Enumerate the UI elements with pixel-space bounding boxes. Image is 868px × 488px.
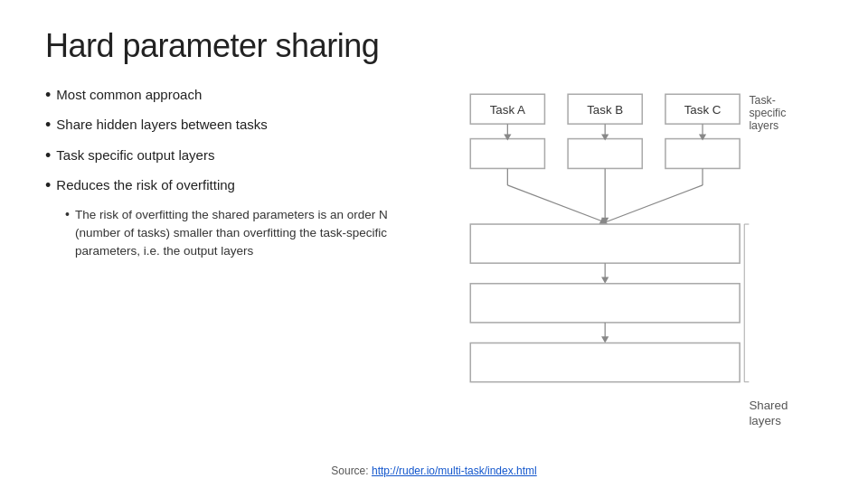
svg-marker-24 [601, 336, 609, 343]
svg-rect-9 [470, 139, 544, 169]
bullet-1: • Most common approach [45, 85, 425, 106]
bullet-2: • Share hidden layers between tasks [45, 115, 425, 136]
svg-text:Task-: Task- [749, 94, 775, 107]
source-label: Source: [331, 465, 372, 477]
bullets-section: • Most common approach • Share hidden la… [45, 85, 425, 428]
slide-title: Hard parameter sharing [45, 27, 823, 65]
bullet-text-4: Reduces the risk of overfitting [56, 175, 235, 196]
bullet-text-5: The risk of overfitting the shared param… [75, 206, 425, 261]
bullet-dot-5: • [65, 206, 70, 224]
bullet-text-3: Task specific output layers [56, 145, 214, 166]
source-line: Source: http://ruder.io/multi-task/index… [331, 465, 536, 477]
diagram-svg: Task A Task B Task C Task- specific laye… [443, 85, 823, 428]
bullet-dot-2: • [45, 115, 51, 136]
svg-text:Task C: Task C [684, 103, 722, 117]
svg-rect-10 [568, 139, 642, 169]
svg-text:Shared: Shared [749, 399, 788, 412]
svg-text:specific: specific [749, 107, 786, 119]
svg-rect-25 [470, 343, 740, 382]
svg-text:Task A: Task A [490, 103, 525, 117]
svg-rect-19 [470, 224, 740, 263]
bullet-dot-3: • [45, 145, 51, 166]
bullet-3: • Task specific output layers [45, 145, 425, 166]
slide: Hard parameter sharing • Most common app… [0, 0, 868, 488]
svg-rect-22 [470, 284, 740, 323]
content-area: • Most common approach • Share hidden la… [45, 85, 823, 428]
svg-line-13 [507, 185, 605, 222]
diagram-area: Task A Task B Task C Task- specific laye… [443, 85, 823, 428]
svg-text:layers: layers [749, 119, 778, 132]
svg-rect-11 [665, 139, 740, 169]
svg-text:layers: layers [749, 414, 781, 427]
bullet-4: • Reduces the risk of overfitting [45, 175, 425, 196]
bullet-text-2: Share hidden layers between tasks [56, 115, 267, 136]
bullet-dot-4: • [45, 175, 51, 196]
bullet-5-sub: • The risk of overfitting the shared par… [65, 206, 425, 261]
bullet-text-1: Most common approach [56, 85, 202, 106]
svg-text:Task B: Task B [587, 103, 623, 117]
svg-line-18 [605, 185, 703, 222]
bullet-dot-1: • [45, 85, 51, 106]
source-link[interactable]: http://ruder.io/multi-task/index.html [372, 465, 537, 477]
svg-marker-21 [601, 277, 609, 284]
